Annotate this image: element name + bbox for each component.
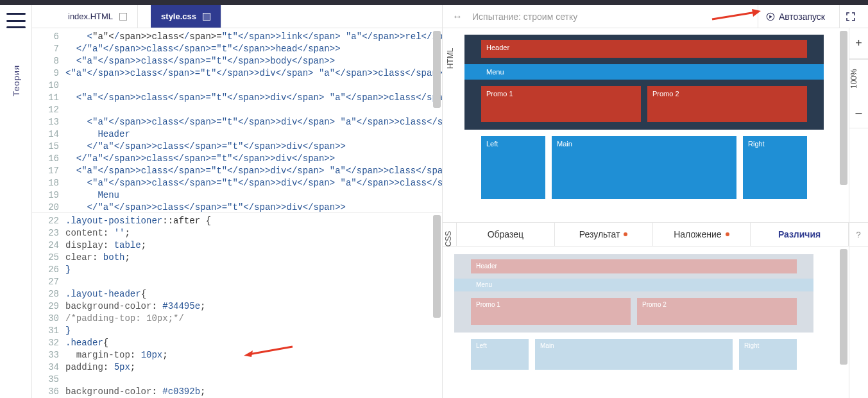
svg-line-0: [249, 347, 293, 354]
preview-header: ↔ Испытание: строим сетку Автозапуск: [443, 5, 868, 28]
preview-pane: ↔ Испытание: строим сетку Автозапуск HTM…: [443, 5, 868, 398]
preview-header-box: Header: [481, 40, 807, 58]
tab-label: Различия: [778, 229, 821, 239]
scrollbar[interactable]: [840, 28, 847, 222]
editor-pane: index.HTML style.css 6789101112131415161…: [32, 5, 443, 398]
diff-main: Main: [535, 339, 733, 370]
autorun-label: Автозапуск: [779, 12, 825, 22]
preview-promo2: Promo 2: [647, 86, 807, 122]
line-gutter: 67891011121314151617181920: [32, 28, 65, 212]
css-editor[interactable]: 22232425262728293031323334353637 .layout…: [32, 212, 442, 398]
preview-menu-box: Menu: [464, 64, 824, 80]
preview-left: Left: [481, 136, 545, 199]
diff-menu-box: Menu: [454, 279, 813, 291]
expand-icon: [846, 12, 855, 21]
zoom-out-button[interactable]: –: [849, 98, 868, 128]
file-tabs: index.HTML style.css: [32, 5, 442, 28]
tab-index-html[interactable]: index.HTML: [58, 5, 138, 28]
preview-main: Main: [552, 136, 736, 199]
diff-view: Header Menu Promo 1 Promo 2 Left Main Ri…: [443, 247, 868, 398]
diff-right: Right: [739, 339, 797, 370]
zoom-percent: 100%: [849, 59, 868, 98]
css-label: CSS: [444, 231, 453, 247]
scrollbar[interactable]: [433, 28, 441, 212]
svg-marker-3: [769, 15, 772, 18]
tab-status-icon: [203, 13, 210, 21]
preview-promo1: Promo 1: [481, 86, 641, 122]
autorun-button[interactable]: Автозапуск: [758, 5, 833, 28]
scroll-thumb[interactable]: [840, 249, 847, 365]
tab-label: Наложение: [674, 229, 721, 239]
drag-handle-icon[interactable]: ↔: [449, 11, 466, 22]
scroll-thumb[interactable]: [840, 31, 847, 185]
code-area[interactable]: .layout-positioner::after { content: '';…: [65, 212, 442, 398]
svg-marker-1: [244, 350, 253, 357]
tab-label: Результат: [579, 229, 620, 239]
top-bar: [0, 0, 868, 5]
result-tabs: CSS Образец Результат Наложение Различия…: [443, 222, 868, 247]
tab-overlay[interactable]: Наложение: [653, 223, 751, 246]
scroll-thumb[interactable]: [433, 215, 441, 318]
tab-diff[interactable]: Различия: [751, 223, 849, 246]
diff-promo2: Promo 2: [637, 298, 797, 325]
tab-label: Образец: [488, 229, 523, 239]
zoom-controls: + 100% –: [849, 28, 868, 398]
scrollbar[interactable]: [840, 247, 847, 398]
diff-left: Left: [471, 339, 529, 370]
diff-promo1: Promo 1: [471, 298, 631, 325]
tab-result[interactable]: Результат: [555, 223, 653, 246]
tab-style-css[interactable]: style.css: [151, 5, 221, 28]
theory-label[interactable]: Теория: [11, 65, 21, 96]
status-dot-icon: [726, 232, 729, 236]
diff-header-box: Header: [471, 259, 797, 273]
preview-result: HTML Header Menu Promo 1 Promo 2 Left Ma…: [443, 28, 868, 222]
tab-label: index.HTML: [68, 12, 113, 21]
tab-label: style.css: [161, 12, 196, 21]
play-icon: [766, 12, 775, 21]
zoom-in-button[interactable]: +: [849, 28, 868, 59]
layout-header-block: Header Menu Promo 1 Promo 2: [464, 35, 824, 130]
task-title: Испытание: строим сетку: [472, 12, 751, 22]
html-label: HTML: [446, 48, 455, 69]
scroll-thumb[interactable]: [433, 31, 441, 108]
theory-rail: Теория: [0, 5, 32, 398]
menu-icon[interactable]: [6, 13, 26, 28]
status-dot-icon: [624, 232, 627, 236]
scrollbar[interactable]: [433, 212, 441, 398]
html-editor[interactable]: 67891011121314151617181920 <"a"</span>>c…: [32, 28, 442, 212]
arrow-annotation: [189, 332, 240, 373]
tab-status-icon: [119, 13, 127, 21]
main-layout: Теория index.HTML style.css 678910111213…: [0, 5, 868, 398]
expand-button[interactable]: [839, 5, 862, 28]
tab-sample[interactable]: Образец: [457, 223, 555, 246]
line-gutter: 22232425262728293031323334353637: [32, 212, 65, 398]
preview-right: Right: [743, 136, 807, 199]
code-area[interactable]: <"a"</span>>class</span>="t"</span>>link…: [65, 28, 442, 212]
